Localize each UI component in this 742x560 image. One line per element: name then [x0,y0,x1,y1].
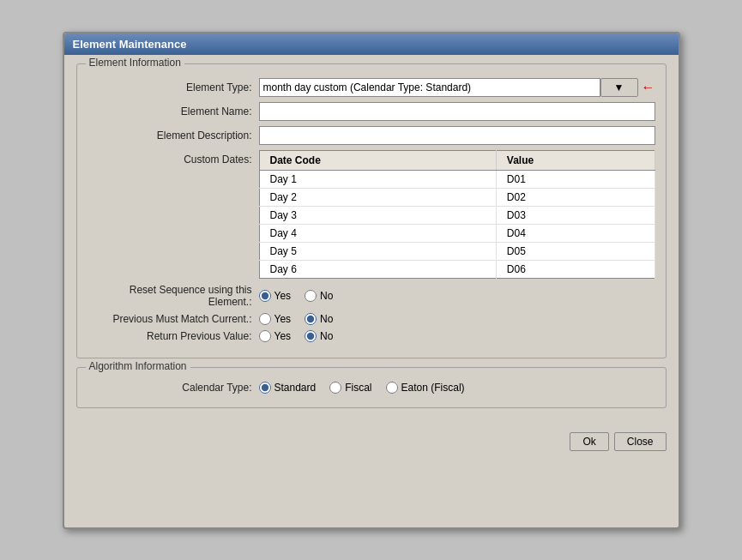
table-row: Day 2D02 [259,188,655,206]
reset-sequence-label: Reset Sequence using this Element.: [87,284,259,308]
arrow-indicator: ← [642,80,655,95]
previous-must-match-no-radio[interactable] [305,313,317,325]
return-previous-yes-label[interactable]: Yes [274,330,292,342]
dialog-title: Element Maintenance [64,33,679,55]
return-previous-label: Return Previous Value: [87,330,259,342]
calendar-standard-option[interactable]: Standard [259,382,317,394]
custom-dates-table: Date Code Value Day 1D01Day 2D02Day 3D03… [259,150,655,279]
previous-must-match-no-label[interactable]: No [320,313,333,325]
element-description-row: Element Description: [87,126,655,145]
element-information-title: Element Information [86,57,184,69]
previous-must-match-yes-radio[interactable] [259,313,271,325]
return-previous-no-radio[interactable] [305,330,317,342]
previous-must-match-yes-label[interactable]: Yes [274,313,292,325]
calendar-fiscal-label[interactable]: Fiscal [345,382,371,394]
date-code-header: Date Code [259,150,496,170]
algorithm-information-content: Calendar Type: Standard Fiscal Eaton [87,382,655,394]
return-previous-row: Return Previous Value: Yes No [87,330,655,342]
table-row: Day 5D05 [259,242,655,260]
calendar-standard-label[interactable]: Standard [274,382,317,394]
value-cell: D05 [496,242,655,260]
table-row: Day 3D03 [259,206,655,224]
element-description-wrapper [259,126,655,145]
reset-sequence-wrapper: Yes No [259,290,655,302]
element-information-group: Element Information Element Type: ▼ ← [76,63,667,358]
date-code-cell: Day 2 [259,188,496,206]
element-name-wrapper [259,102,655,121]
algorithm-information-title: Algorithm Information [86,360,190,372]
return-previous-no-label[interactable]: No [320,330,333,342]
element-name-label: Element Name: [87,105,259,117]
calendar-type-row: Calendar Type: Standard Fiscal Eaton [87,382,655,394]
previous-must-match-radio-group: Yes No [259,313,334,325]
element-type-dropdown-button[interactable]: ▼ [600,78,638,97]
element-information-content: Element Type: ▼ ← Element Name: [87,78,655,342]
previous-must-match-yes-option[interactable]: Yes [259,313,292,325]
custom-dates-label: Custom Dates: [87,150,259,166]
reset-sequence-no-label[interactable]: No [320,290,333,302]
calendar-eaton-radio[interactable] [386,382,398,394]
calendar-type-label: Calendar Type: [87,382,259,394]
element-type-wrapper: ▼ ← [259,78,655,97]
element-name-row: Element Name: [87,102,655,121]
previous-must-match-label: Previous Must Match Current.: [87,313,259,325]
reset-sequence-yes-label[interactable]: Yes [274,290,292,302]
element-name-input[interactable] [259,102,655,121]
value-cell: D04 [496,224,655,242]
ok-button[interactable]: Ok [570,432,608,451]
element-type-row: Element Type: ▼ ← [87,78,655,97]
date-code-cell: Day 4 [259,224,496,242]
reset-sequence-radio-group: Yes No [259,290,334,302]
table-row: Day 4D04 [259,224,655,242]
table-row: Day 1D01 [259,170,655,188]
previous-must-match-wrapper: Yes No [259,313,655,325]
return-previous-no-option[interactable]: No [305,330,333,342]
element-description-input[interactable] [259,126,655,145]
calendar-eaton-label[interactable]: Eaton (Fiscal) [401,382,465,394]
return-previous-yes-option[interactable]: Yes [259,330,292,342]
calendar-standard-radio[interactable] [259,382,271,394]
reset-sequence-no-radio[interactable] [305,290,317,302]
date-code-cell: Day 5 [259,242,496,260]
element-type-input[interactable] [259,78,600,97]
previous-must-match-row: Previous Must Match Current.: Yes No [87,313,655,325]
date-code-cell: Day 3 [259,206,496,224]
reset-sequence-yes-radio[interactable] [259,290,271,302]
value-cell: D02 [496,188,655,206]
value-cell: D01 [496,170,655,188]
date-code-cell: Day 1 [259,170,496,188]
value-cell: D06 [496,260,655,278]
algorithm-information-group: Algorithm Information Calendar Type: Sta… [76,367,667,408]
value-header: Value [496,150,655,170]
dialog-body: Element Information Element Type: ▼ ← [64,55,679,425]
calendar-fiscal-radio[interactable] [329,382,341,394]
date-code-cell: Day 6 [259,260,496,278]
value-cell: D03 [496,206,655,224]
calendar-fiscal-option[interactable]: Fiscal [329,382,371,394]
return-previous-yes-radio[interactable] [259,330,271,342]
element-type-label: Element Type: [87,81,259,93]
reset-sequence-yes-option[interactable]: Yes [259,290,292,302]
custom-dates-row: Custom Dates: Date Code Value Day 1D01Da… [87,150,655,279]
dialog-footer: Ok Close [64,425,679,458]
table-row: Day 6D06 [259,260,655,278]
return-previous-radio-group: Yes No [259,330,334,342]
element-type-input-group: ▼ ← [259,78,655,97]
previous-must-match-no-option[interactable]: No [305,313,333,325]
calendar-type-radio-group: Standard Fiscal Eaton (Fiscal) [259,382,465,394]
return-previous-wrapper: Yes No [259,330,655,342]
element-description-label: Element Description: [87,129,259,142]
reset-sequence-no-option[interactable]: No [305,290,333,302]
element-maintenance-dialog: Element Maintenance Element Information … [63,32,680,529]
reset-sequence-row: Reset Sequence using this Element.: Yes … [87,284,655,308]
calendar-eaton-option[interactable]: Eaton (Fiscal) [386,382,465,394]
close-button[interactable]: Close [614,432,667,451]
